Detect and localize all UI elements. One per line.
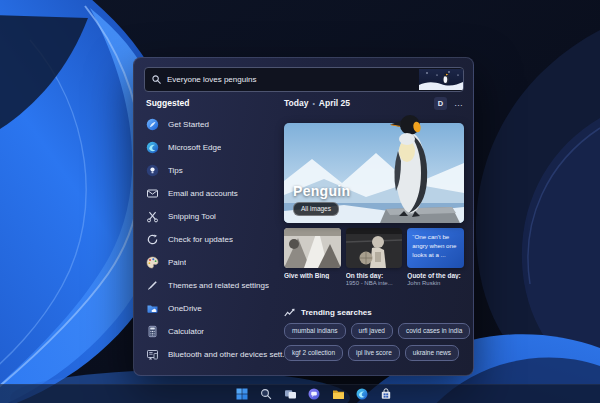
suggested-item-tips[interactable]: Tips	[146, 159, 284, 182]
onedrive-icon	[146, 302, 159, 315]
hero-image-card[interactable]: Penguin All images	[284, 123, 464, 223]
suggested-item-snipping-tool[interactable]: Snipping Tool	[146, 205, 284, 228]
suggested-item-check-updates[interactable]: Check for updates	[146, 228, 284, 251]
taskbar-icons	[236, 388, 393, 401]
hero-title: Penguin	[293, 183, 350, 199]
suggested-item-get-started[interactable]: Get Started	[146, 113, 284, 136]
card-subcaption: John Ruskin	[407, 280, 464, 286]
edge-icon[interactable]	[356, 388, 369, 401]
all-images-button[interactable]: All images	[293, 202, 339, 216]
suggested-item-calculator[interactable]: Calculator	[146, 320, 284, 343]
tips-icon	[146, 164, 159, 177]
trending-chip[interactable]: kgf 2 collection	[284, 345, 343, 361]
suggested-item-microsoft-edge[interactable]: Microsoft Edge	[146, 136, 284, 159]
get-started-icon	[146, 118, 159, 131]
trending-searches-section: Trending searches mumbai indians urfi ja…	[284, 308, 464, 361]
email-icon	[146, 187, 159, 200]
suggested-item-bluetooth-devices[interactable]: Bluetooth and other devices sett...	[146, 343, 284, 366]
card-give-with-bing[interactable]: Give with Bing	[284, 228, 341, 286]
search-icon[interactable]	[260, 388, 273, 401]
search-query-text: Everyone loves penguins	[167, 75, 256, 84]
today-date: April 25	[319, 98, 350, 108]
penguin-night-illustration	[419, 69, 463, 90]
task-view-icon[interactable]	[284, 388, 297, 401]
search-icon	[152, 75, 161, 84]
start-icon[interactable]	[236, 388, 249, 401]
give-with-bing-photo	[284, 228, 341, 268]
quote-line: angry when one	[412, 241, 460, 250]
penguin-photo	[384, 107, 438, 223]
daily-content-column: Today • April 25 D …	[284, 96, 464, 361]
trending-icon	[284, 308, 295, 317]
store-icon[interactable]	[380, 388, 393, 401]
calculator-icon	[146, 325, 159, 338]
suggested-item-onedrive[interactable]: OneDrive	[146, 297, 284, 320]
quote-card-background: “One can't be angry when one looks at a …	[407, 228, 464, 268]
trending-chip[interactable]: covid cases in india	[398, 323, 470, 339]
trending-header: Trending searches	[284, 308, 464, 317]
themes-icon	[146, 279, 159, 292]
card-caption: Quote of the day:	[407, 272, 464, 279]
today-separator: •	[312, 100, 314, 107]
trending-chip[interactable]: ipl live score	[348, 345, 400, 361]
card-subcaption: 1950 - NBA inte...	[346, 280, 403, 286]
taskbar	[0, 384, 600, 403]
suggested-item-themes[interactable]: Themes and related settings	[146, 274, 284, 297]
paint-icon	[146, 256, 159, 269]
card-caption: Give with Bing	[284, 272, 341, 279]
snipping-tool-icon	[146, 210, 159, 223]
today-label: Today	[284, 98, 308, 108]
trending-title: Trending searches	[301, 308, 372, 317]
trending-chip[interactable]: ukraine news	[405, 345, 459, 361]
search-flyout-panel: Everyone loves penguins Suggested	[133, 57, 474, 376]
file-explorer-icon[interactable]	[332, 388, 345, 401]
trending-chip-row: mumbai indians urfi javed covid cases in…	[284, 323, 464, 339]
quote-line: “One can't be	[412, 232, 460, 241]
card-quote-of-the-day[interactable]: “One can't be angry when one looks at a …	[407, 228, 464, 286]
suggested-heading: Suggested	[146, 98, 189, 108]
trending-chip[interactable]: urfi javed	[351, 323, 393, 339]
more-options-icon[interactable]: …	[454, 100, 464, 106]
search-input[interactable]: Everyone loves penguins	[144, 67, 464, 92]
daily-cards-row: Give with Bing On th	[284, 228, 464, 286]
trending-chip[interactable]: mumbai indians	[284, 323, 346, 339]
update-icon	[146, 233, 159, 246]
card-caption: On this day:	[346, 272, 403, 279]
suggested-item-paint[interactable]: Paint	[146, 251, 284, 274]
on-this-day-photo	[346, 228, 403, 268]
bluetooth-devices-icon	[146, 348, 159, 361]
card-on-this-day[interactable]: On this day: 1950 - NBA inte...	[346, 228, 403, 286]
edge-icon	[146, 141, 159, 154]
suggested-item-email-accounts[interactable]: Email and accounts	[146, 182, 284, 205]
chat-icon[interactable]	[308, 388, 321, 401]
trending-chip-row: kgf 2 collection ipl live score ukraine …	[284, 345, 464, 361]
quote-line: looks at a ...	[412, 250, 460, 259]
suggested-list: Get Started Microsoft Edge Tips	[146, 113, 284, 366]
